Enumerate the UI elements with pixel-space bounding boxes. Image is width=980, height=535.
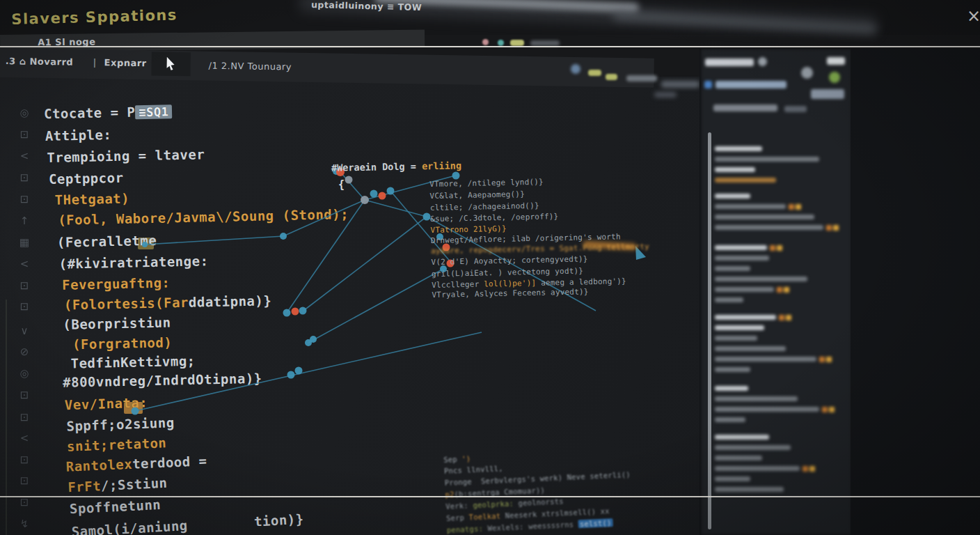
text-segment: FrFt <box>68 478 102 495</box>
sidebar-list-item[interactable] <box>715 297 743 302</box>
sidebar-list-item[interactable] <box>715 215 814 219</box>
graph-label-prefix: #Weraein Dolg = <box>331 160 422 173</box>
code-line: Feverguaftng: <box>62 274 171 292</box>
sidebar-badge-orange <box>770 245 775 251</box>
sidebar-list-item[interactable] <box>715 357 816 362</box>
text-segment: Serp <box>446 513 469 522</box>
graph-brace: { <box>338 178 345 191</box>
text-segment: Trempioing = ltaver <box>47 146 205 165</box>
close-icon[interactable]: × <box>965 7 980 25</box>
code-line: (Fecralletme <box>57 233 157 250</box>
sidebar-list-item[interactable] <box>715 266 750 271</box>
code-line: Trempioing = ltaver <box>47 146 205 165</box>
sidebar-badge-amber <box>786 315 791 320</box>
screenshot-stage: Slavers Sppations uptaidluinony ≡ TOW A1… <box>0 0 980 535</box>
code-line: THetgaat) <box>54 191 129 208</box>
code-line: (Fool, Wabore/Javma\/Soung (Stond); <box>58 206 349 228</box>
sidebar-list-item[interactable] <box>715 407 819 412</box>
text-segment: Feverguaftng: <box>62 274 171 292</box>
text-segment: aemeg a ledbong')} <box>536 277 626 288</box>
sidebar-list-item[interactable] <box>715 466 800 471</box>
sidebar-badge-amber <box>796 204 801 210</box>
sidebar-badge-amber <box>833 225 839 231</box>
sidebar-badge-orange <box>789 204 794 210</box>
text-segment: Spoffnetunn <box>69 497 161 516</box>
text-segment: Vlcclleger <box>432 279 484 290</box>
code-line: (Beorpristiun <box>63 314 171 332</box>
sidebar-badge-orange <box>803 466 808 472</box>
sidebar-list-item[interactable] <box>715 178 776 183</box>
text-segment: (Fool, Wabore/Javma\/Soung (Stond); <box>58 206 349 228</box>
graph-label-highlight: erliing <box>422 160 461 171</box>
sidebar-header-icon[interactable] <box>758 57 767 66</box>
sidebar-badge-orange <box>822 407 828 412</box>
sidebar-list-item[interactable] <box>715 487 784 492</box>
sidebar-list-item[interactable] <box>715 157 819 162</box>
sidebar-list-item[interactable] <box>715 325 764 330</box>
sidebar-list-item[interactable] <box>715 167 755 172</box>
sidebar-tab-blob[interactable] <box>713 104 777 111</box>
sidebar-list-item[interactable] <box>715 225 823 230</box>
background-right <box>851 49 980 535</box>
text-segment: #800vndreg/IndrdOtipna)} <box>63 371 262 390</box>
text-segment: penatgs: <box>447 525 484 534</box>
sidebar-list-item[interactable] <box>715 386 748 391</box>
sidebar-button[interactable] <box>811 89 844 99</box>
text-segment: THetgaat) <box>54 191 129 208</box>
sidebar-list-item[interactable] <box>715 277 807 281</box>
sidebar-list-item[interactable] <box>715 417 745 422</box>
sidebar-list-item[interactable] <box>715 367 750 372</box>
code-line: Rantolexterdood = <box>65 453 207 474</box>
sidebar-avatar[interactable] <box>801 67 813 79</box>
sidebar-list-item[interactable] <box>715 476 750 481</box>
sidebar-list-item[interactable] <box>715 456 762 460</box>
sidebar-badge-amber <box>784 287 789 293</box>
code-line: Spoffnetunn <box>69 497 161 516</box>
text-segment: ddatipna)} <box>189 293 272 309</box>
sidebar-list-item[interactable] <box>715 336 757 341</box>
code-line: (Folortesis(Farddatipna)} <box>64 293 272 312</box>
sidebar-scrollbar[interactable] <box>708 132 711 529</box>
sidebar-status-green <box>829 72 840 83</box>
code-line: #800vndreg/IndrdOtipna)} <box>63 371 262 390</box>
text-segment: TedfinKettivmg; <box>70 353 196 371</box>
text-segment: tion)} <box>187 511 304 533</box>
sidebar-tab-blob[interactable] <box>784 106 807 112</box>
code-line: Ctocate = P≡SQ1 <box>44 103 173 121</box>
sidebar-list-item[interactable] <box>715 204 786 209</box>
sidebar-list-item[interactable] <box>715 445 791 450</box>
text-segment: VTatrono 21lyG)} <box>430 224 506 235</box>
text-segment: Sppff;o2siung <box>66 414 175 433</box>
text-segment: (Folortesis(Far <box>64 295 189 313</box>
text-segment: selst() <box>578 518 613 528</box>
sidebar-list-item[interactable] <box>715 346 786 351</box>
text-segment: Samol(i/aniung <box>71 518 188 535</box>
sidebar-list-item[interactable] <box>715 435 769 440</box>
sidebar-list-item[interactable] <box>715 315 776 320</box>
sidebar-list-item[interactable] <box>715 256 769 261</box>
sidebar-pill-badge <box>827 57 845 65</box>
text-segment: (Fecralletme <box>57 233 157 250</box>
text-segment: Ceptppcor <box>49 170 124 187</box>
text-segment: (Beorpristiun <box>63 314 171 332</box>
sidebar-header-text <box>705 59 754 66</box>
sidebar-progress-bar <box>716 81 787 88</box>
sidebar-blue-icon[interactable] <box>704 81 712 88</box>
sidebar-list-item[interactable] <box>715 194 750 199</box>
sidebar-list-item[interactable] <box>715 146 762 151</box>
text-segment: ≡SQ1 <box>135 104 172 119</box>
annotation-line: VTatrono 21lyG)} <box>430 224 506 235</box>
text-segment: Toelkat <box>468 511 500 521</box>
sidebar-list-item[interactable] <box>715 287 774 292</box>
sidebar-list-item[interactable] <box>715 245 767 250</box>
code-line: Attiple: <box>45 127 112 144</box>
sidebar-badge-orange <box>826 225 832 231</box>
code-line: Sppff;o2siung <box>66 414 175 433</box>
graph-label: #Weraein Dolg = erliing <box>331 160 461 173</box>
sidebar-badge-amber <box>777 245 782 251</box>
text-segment: lol(l)pe')] <box>484 279 536 289</box>
text-segment: (#kiviratriatenge: <box>58 253 208 271</box>
sidebar-content <box>700 49 851 535</box>
sidebar-badge-amber <box>826 357 832 362</box>
sidebar-list-item[interactable] <box>715 396 798 401</box>
